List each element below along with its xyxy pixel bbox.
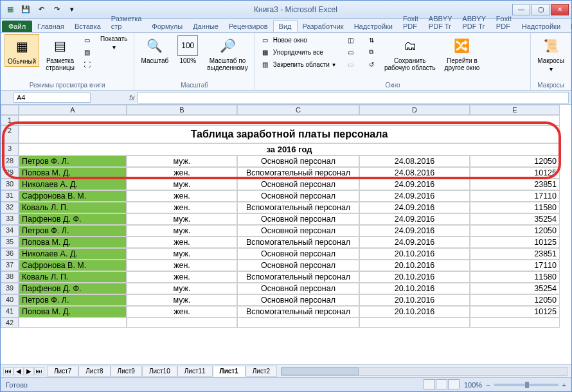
cell-category[interactable]: Вспомогательный персонал: [237, 236, 359, 248]
cell-pay[interactable]: 11580: [470, 202, 560, 213]
cell-pay[interactable]: 10125: [470, 167, 560, 179]
cell-category[interactable]: Основной персонал: [237, 283, 359, 294]
row-header-39[interactable]: 39: [1, 283, 19, 294]
undo-icon[interactable]: ↶: [34, 3, 48, 17]
cell-sex[interactable]: жен.: [127, 260, 237, 271]
cell-category[interactable]: Основной персонал: [237, 294, 359, 306]
row-header-3[interactable]: 3: [1, 143, 19, 156]
cell-empty[interactable]: [470, 317, 560, 328]
ribbon-tab-10[interactable]: ABBYY PDF Tr: [424, 13, 458, 32]
zoom-100-button[interactable]: 100 100%: [175, 34, 201, 66]
ribbon-tab-1[interactable]: Вставка: [69, 21, 106, 32]
row-header-34[interactable]: 34: [1, 225, 19, 236]
cell-name[interactable]: Коваль Л. П.: [19, 271, 127, 283]
custom-view-icon[interactable]: ▭: [81, 34, 94, 46]
cell-pay[interactable]: 17110: [470, 190, 560, 202]
freeze-panes-button[interactable]: ▥Закрепить области▾: [259, 58, 337, 70]
sheet-tab-Лист10[interactable]: Лист10: [142, 366, 177, 377]
cell-sex[interactable]: жен.: [127, 306, 237, 317]
sheet-tab-Лист2[interactable]: Лист2: [246, 366, 277, 377]
cell-category[interactable]: Вспомогательный персонал: [237, 167, 359, 179]
cell-date[interactable]: 24.08.2016: [359, 156, 470, 167]
row-header-33[interactable]: 33: [1, 213, 19, 225]
cell-name[interactable]: Попова М. Д.: [19, 236, 127, 248]
cell-category[interactable]: Основной персонал: [237, 179, 359, 190]
compare-icon[interactable]: ⧉: [365, 46, 378, 58]
excel-icon[interactable]: ▦: [3, 3, 17, 17]
row-header-38[interactable]: 38: [1, 271, 19, 283]
unhide-icon[interactable]: ▭: [344, 58, 357, 70]
sheet-tab-Лист11[interactable]: Лист11: [177, 366, 213, 377]
cell-sex[interactable]: жен.: [127, 236, 237, 248]
cell-date[interactable]: 20.10.2016: [359, 271, 470, 283]
cell-sex[interactable]: муж.: [127, 156, 237, 167]
sheet-tab-Лист9[interactable]: Лист9: [111, 366, 142, 377]
cell-sex[interactable]: муж.: [127, 294, 237, 306]
reset-pos-icon[interactable]: ↺: [365, 58, 378, 70]
cell-category[interactable]: Основной персонал: [237, 156, 359, 167]
ribbon-tab-8[interactable]: Надстройки: [517, 21, 566, 32]
ribbon-tab-7[interactable]: Разработчик: [566, 21, 572, 32]
cell-empty[interactable]: [19, 115, 560, 125]
ribbon-tab-2[interactable]: Разметка стр: [106, 13, 147, 32]
cell-pay[interactable]: 17110: [470, 260, 560, 271]
row-header-31[interactable]: 31: [1, 190, 19, 202]
fx-icon[interactable]: fx: [129, 94, 135, 102]
row-header-40[interactable]: 40: [1, 294, 19, 306]
fullscreen-icon[interactable]: ⛶: [81, 58, 94, 70]
cell-sex[interactable]: жен.: [127, 271, 237, 283]
page-break-view-icon[interactable]: ▧: [81, 46, 94, 58]
page-layout-button[interactable]: ▤ Разметка страницы: [43, 34, 77, 73]
row-header-37[interactable]: 37: [1, 260, 19, 271]
zoom-slider[interactable]: [494, 384, 559, 386]
cell-date[interactable]: 24.09.2016: [359, 225, 470, 236]
cell-sex[interactable]: жен.: [127, 202, 237, 213]
cell-sex[interactable]: муж.: [127, 179, 237, 190]
row-header-2[interactable]: 2: [1, 125, 19, 143]
cell-date[interactable]: 20.10.2016: [359, 248, 470, 260]
column-header-C[interactable]: C: [237, 105, 359, 115]
cell-empty[interactable]: [359, 317, 470, 328]
sheet-last-icon[interactable]: ⏭: [34, 367, 44, 375]
row-header-28[interactable]: 28: [1, 156, 19, 167]
zoom-slider-thumb[interactable]: [525, 382, 529, 388]
zoom-out-button[interactable]: −: [486, 381, 490, 389]
cell-pay[interactable]: 23851: [470, 248, 560, 260]
cell-category[interactable]: Основной персонал: [237, 213, 359, 225]
ribbon-tab-4[interactable]: Данные: [188, 21, 224, 32]
cell-empty[interactable]: [127, 317, 237, 328]
cell-sex[interactable]: муж.: [127, 283, 237, 294]
page-break-shortcut-icon[interactable]: [448, 379, 460, 389]
hide-icon[interactable]: ▭: [344, 46, 357, 58]
cell-date[interactable]: 20.10.2016: [359, 294, 470, 306]
zoom-in-button[interactable]: +: [562, 381, 566, 389]
cell-pay[interactable]: 35254: [470, 213, 560, 225]
cell-pay[interactable]: 10125: [470, 306, 560, 317]
cell-date[interactable]: 24.09.2016: [359, 179, 470, 190]
ribbon-tab-0[interactable]: Главная: [32, 21, 69, 32]
cell-empty[interactable]: [237, 317, 359, 328]
save-icon[interactable]: 💾: [19, 3, 33, 17]
row-header-30[interactable]: 30: [1, 179, 19, 190]
cell-sex[interactable]: муж.: [127, 213, 237, 225]
name-box[interactable]: [13, 93, 91, 103]
cell-category[interactable]: Вспомогательный персонал: [237, 271, 359, 283]
cell-category[interactable]: Основной персонал: [237, 260, 359, 271]
zoom-selection-button[interactable]: 🔎 Масштаб по выделенному: [204, 34, 251, 73]
normal-view-button[interactable]: ▦ Обычный: [4, 34, 39, 67]
cell-category[interactable]: Основной персонал: [237, 190, 359, 202]
cell-date[interactable]: 24.09.2016: [359, 190, 470, 202]
cell-date[interactable]: 24.09.2016: [359, 213, 470, 225]
cell-date[interactable]: 24.09.2016: [359, 236, 470, 248]
cell-name[interactable]: Парфенов Д. Ф.: [19, 283, 127, 294]
ribbon-tab-9[interactable]: Foxit PDF: [491, 13, 517, 32]
sheet-tab-Лист7[interactable]: Лист7: [47, 366, 78, 377]
ribbon-tab-10[interactable]: ABBYY PDF Tr: [457, 13, 491, 32]
close-button[interactable]: ✕: [551, 4, 569, 15]
ribbon-tab-8[interactable]: Надстройки: [349, 21, 398, 32]
column-header-E[interactable]: E: [470, 105, 560, 115]
zoom-button[interactable]: 🔍 Масштаб: [138, 34, 171, 66]
row-header-29[interactable]: 29: [1, 167, 19, 179]
cell-category[interactable]: Вспомогательный персонал: [237, 202, 359, 213]
cell-pay[interactable]: 23851: [470, 179, 560, 190]
